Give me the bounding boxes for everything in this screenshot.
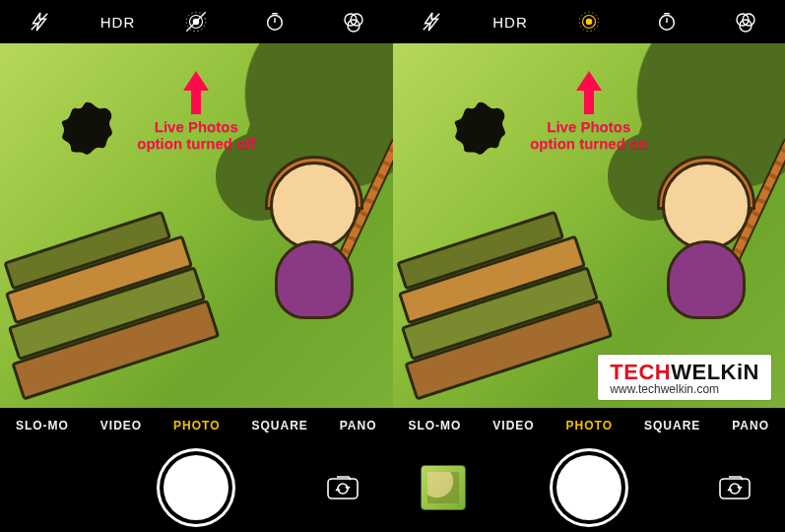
filters-icon[interactable] (726, 2, 765, 41)
watermark-brand: TECHWELKiN (610, 361, 759, 383)
flash-icon[interactable] (20, 2, 59, 41)
switch-camera-button[interactable] (320, 465, 365, 510)
bottom-toolbar (0, 443, 393, 532)
viewfinder[interactable]: Live Photos option turned off (0, 43, 393, 408)
mode-photo[interactable]: PHOTO (173, 419, 220, 432)
illustration-splat (423, 93, 541, 191)
svg-rect-18 (720, 479, 750, 499)
mode-pano[interactable]: PANO (732, 419, 769, 432)
illustration-books (0, 156, 257, 404)
mode-square[interactable]: SQUARE (251, 419, 307, 432)
live-photos-icon[interactable] (569, 2, 609, 41)
flash-icon[interactable] (412, 2, 451, 41)
mode-slomo[interactable]: SLO-MO (408, 419, 461, 432)
svg-point-5 (268, 16, 283, 31)
hdr-button[interactable]: HDR (491, 2, 530, 41)
mode-selector[interactable]: SLO-MO VIDEO PHOTO SQUARE PANO (0, 408, 393, 443)
watermark-url: www.techwelkin.com (610, 383, 759, 396)
live-photos-icon[interactable] (176, 2, 216, 41)
viewfinder[interactable]: Live Photos option turned on (393, 43, 786, 408)
last-photo-thumbnail[interactable] (421, 465, 466, 510)
timer-icon[interactable] (647, 2, 687, 41)
bottom-toolbar (393, 443, 786, 532)
mode-pano[interactable]: PANO (340, 419, 377, 432)
top-toolbar: HDR (0, 0, 393, 43)
mode-photo[interactable]: PHOTO (566, 419, 613, 432)
mode-selector[interactable]: SLO-MO VIDEO PHOTO SQUARE PANO (393, 408, 786, 443)
shutter-button[interactable] (556, 455, 621, 520)
timer-icon[interactable] (255, 2, 294, 41)
top-toolbar: HDR (393, 0, 786, 43)
watermark-brand-part1: TECH (610, 360, 671, 384)
watermark: TECHWELKiN www.techwelkin.com (598, 355, 771, 400)
mode-slomo[interactable]: SLO-MO (16, 419, 69, 432)
illustration-splat (30, 93, 148, 191)
filters-icon[interactable] (334, 2, 373, 41)
svg-point-11 (585, 19, 592, 26)
mode-video[interactable]: VIDEO (100, 419, 142, 432)
illustration-doll (255, 162, 373, 339)
camera-screen-live-off: HDR (0, 0, 393, 532)
switch-camera-button[interactable] (712, 465, 757, 510)
watermark-brand-part2: WELKiN (671, 360, 759, 384)
shutter-button[interactable] (164, 455, 229, 520)
mode-video[interactable]: VIDEO (492, 419, 534, 432)
svg-rect-9 (328, 479, 358, 499)
svg-point-14 (660, 16, 675, 31)
mode-square[interactable]: SQUARE (644, 419, 700, 432)
illustration-doll (647, 162, 765, 339)
camera-screen-live-on: HDR (393, 0, 786, 532)
hdr-button[interactable]: HDR (98, 2, 138, 41)
